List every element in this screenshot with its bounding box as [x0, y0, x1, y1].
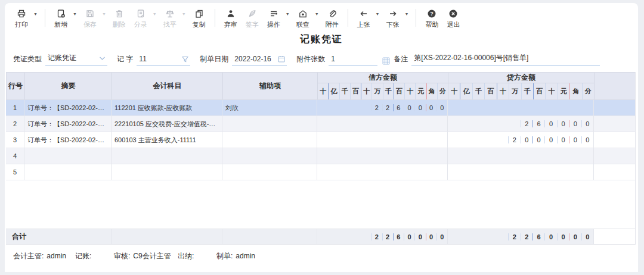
- save-dropdown-caret[interactable]: ▼: [102, 12, 106, 16]
- account-cell[interactable]: 600103 主营业务收入-11111: [111, 132, 222, 148]
- voucher-row-2: 2 订单号：【SD-2022-02-16-00003... 22210105 应…: [6, 116, 635, 132]
- grid-empty-area: [6, 180, 635, 229]
- balance-icon: [165, 8, 175, 18]
- date-input[interactable]: 2022-02-16: [232, 54, 287, 66]
- account-cell[interactable]: [111, 148, 222, 164]
- total-auxiliary-cell: [222, 229, 317, 244]
- grid-header: 行号 摘要 会计科目 辅助项 借方金额 十亿千百十万千百十元角分 贷方金额 十亿…: [6, 72, 635, 100]
- attachment-button[interactable]: 附件: [323, 8, 342, 29]
- sign-button[interactable]: 签字: [243, 8, 262, 29]
- toolbar-separator: [416, 9, 416, 27]
- voucher-row-4: 4: [6, 148, 635, 164]
- row-no-cell[interactable]: 5: [6, 164, 24, 180]
- summary-cell[interactable]: 订单号：【SD-2022-02-16-00003...: [24, 116, 111, 132]
- header-credit-label: 贷方金额: [448, 73, 594, 83]
- credit-amount-cell[interactable]: [447, 148, 593, 164]
- auxiliary-cell[interactable]: [222, 116, 317, 132]
- new-doc-icon: [56, 8, 66, 18]
- entry-button[interactable]: 分录: [131, 8, 150, 29]
- attachment-count-label: 附件张数: [296, 54, 325, 64]
- credit-amount-cell[interactable]: 260000: [447, 116, 593, 132]
- header-debit-group: 借方金额 十亿千百十万千百十元角分: [317, 73, 448, 99]
- voucher-header-form: 凭证类型 记账凭证 记 字 11 制单日期 2022-02-16 附件张数 1: [5, 49, 638, 71]
- copy-button[interactable]: 复制: [190, 8, 209, 29]
- operate-dropdown-caret[interactable]: ▼: [286, 12, 290, 16]
- operate-button[interactable]: 操作: [264, 8, 283, 29]
- debit-amount-cell[interactable]: 2260000: [317, 100, 447, 115]
- link-query-button[interactable]: 联查: [293, 8, 312, 29]
- filter-funnel-icon[interactable]: [182, 56, 188, 62]
- print-button[interactable]: 打印: [12, 8, 31, 29]
- account-cell[interactable]: 22210105 应交税费-应交增值税-销项税款: [111, 116, 222, 132]
- signature-footer: 会计主管:admin 记账: 审核:C9会计主管 出纳: 制单:admin: [5, 245, 638, 261]
- voucher-window: 打印 ▼ 新增 ▼ 保存 ▼ 删除 分录: [5, 3, 638, 272]
- credit-amount-cell[interactable]: [447, 164, 593, 180]
- new-button[interactable]: 新增: [51, 8, 70, 29]
- preparer: 制单:admin: [216, 251, 255, 261]
- next-voucher-button[interactable]: 下张: [383, 8, 402, 29]
- row-no-cell[interactable]: 2: [6, 116, 24, 132]
- summary-cell[interactable]: [24, 148, 111, 164]
- total-debit-amount: 2260000: [317, 229, 447, 244]
- debit-amount-cell[interactable]: [317, 164, 447, 180]
- unapprove-button[interactable]: 弃审: [221, 8, 240, 29]
- arrow-left-icon: [359, 8, 369, 18]
- header-debit-label: 借方金额: [318, 73, 448, 83]
- prev-dropdown-caret[interactable]: ▼: [376, 12, 380, 16]
- row-no-cell[interactable]: 1: [6, 100, 24, 115]
- summary-cell[interactable]: 订单号：【SD-2022-02-16-00003...: [24, 100, 111, 115]
- auxiliary-cell[interactable]: [222, 148, 317, 164]
- header-credit-group: 贷方金额 十亿千百十万千百十元角分: [448, 73, 594, 99]
- summary-cell[interactable]: 订单号：【SD-2022-02-16-00003...: [24, 132, 111, 148]
- total-credit-amount: 2260000: [447, 229, 593, 244]
- trash-icon: [114, 8, 124, 18]
- calendar-icon[interactable]: [278, 55, 285, 62]
- credit-amount-cell[interactable]: [447, 100, 593, 115]
- credit-amount-cell[interactable]: 2000000: [447, 132, 593, 148]
- copy-icon: [194, 8, 204, 18]
- account-cell[interactable]: [111, 164, 222, 180]
- save-button[interactable]: 保存: [80, 8, 100, 29]
- attachment-count-input[interactable]: 1: [329, 54, 377, 66]
- total-account-cell: [111, 229, 222, 244]
- balance-button[interactable]: 找平: [160, 8, 179, 29]
- row-no-cell[interactable]: 4: [6, 148, 24, 164]
- auxiliary-cell[interactable]: 刘欣: [222, 100, 317, 115]
- date-label: 制单日期: [200, 54, 228, 64]
- account-cell[interactable]: 112201 应收账款-应收账款: [111, 100, 222, 115]
- prev-voucher-button[interactable]: 上张: [354, 8, 373, 29]
- print-label: 打印: [15, 20, 28, 29]
- accounting-supervisor: 会计主管:admin: [13, 251, 75, 261]
- debit-amount-cell[interactable]: [317, 132, 447, 148]
- debit-digit-columns: 十亿千百十万千百十元角分: [318, 83, 448, 99]
- filler-cell: [593, 148, 635, 164]
- header-filler: [594, 73, 635, 99]
- voucher-word-input[interactable]: 11: [137, 54, 190, 66]
- help-button[interactable]: ? 帮助: [422, 8, 441, 29]
- remark-label: 备注: [394, 54, 408, 64]
- new-dropdown-caret[interactable]: ▼: [73, 12, 77, 16]
- auxiliary-cell[interactable]: [222, 164, 317, 180]
- balance-dropdown-caret[interactable]: ▼: [182, 12, 186, 16]
- header-account: 会计科目: [112, 73, 222, 99]
- auxiliary-cell[interactable]: [222, 132, 317, 148]
- debit-amount-cell[interactable]: [317, 148, 447, 164]
- link-query-icon: [298, 8, 308, 18]
- exit-button[interactable]: 退出: [444, 8, 463, 29]
- voucher-type-select[interactable]: 记账凭证: [45, 52, 107, 66]
- entry-dropdown-caret[interactable]: ▼: [153, 12, 157, 16]
- next-dropdown-caret[interactable]: ▼: [405, 12, 409, 16]
- remark-input[interactable]: 第[XS-2022-02-16-00006]号[销售单]: [411, 52, 600, 66]
- abacus-grid-icon[interactable]: [382, 57, 390, 65]
- delete-button[interactable]: 删除: [110, 8, 129, 29]
- toolbar-separator: [45, 9, 45, 27]
- printer-icon: [17, 8, 26, 18]
- filler-cell: [593, 116, 635, 132]
- row-no-cell[interactable]: 3: [6, 132, 24, 148]
- voucher-row-5: 5: [6, 164, 635, 180]
- filler-cell: [593, 229, 635, 244]
- link-query-dropdown-caret[interactable]: ▼: [315, 12, 319, 16]
- print-dropdown-caret[interactable]: ▼: [33, 12, 38, 16]
- summary-cell[interactable]: [24, 164, 111, 180]
- debit-amount-cell[interactable]: [317, 116, 447, 132]
